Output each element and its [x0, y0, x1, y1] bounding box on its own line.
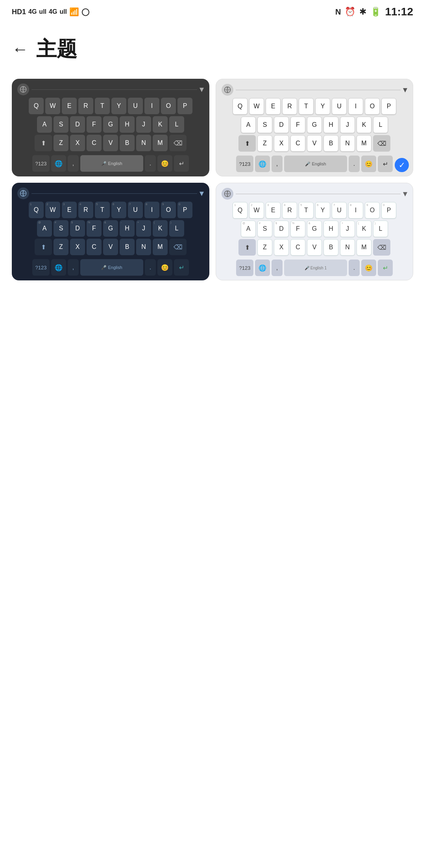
- key-num[interactable]: ?123: [32, 155, 50, 172]
- key-period[interactable]: .: [349, 260, 360, 276]
- key-num[interactable]: ?123: [32, 259, 50, 276]
- key-enter[interactable]: ↵: [174, 259, 189, 276]
- key-delete[interactable]: ⌫: [169, 239, 187, 255]
- key-i[interactable]: 8I: [348, 202, 363, 219]
- key-p[interactable]: P: [177, 98, 192, 114]
- key-i[interactable]: 8I: [144, 202, 159, 218]
- key-m[interactable]: M: [357, 239, 371, 256]
- key-x[interactable]: X: [274, 239, 289, 256]
- key-a[interactable]: A: [37, 116, 52, 133]
- key-emoji[interactable]: 😊: [361, 260, 376, 276]
- key-y[interactable]: 6Y: [111, 202, 126, 218]
- key-g[interactable]: G: [103, 116, 118, 133]
- key-h[interactable]: H: [120, 116, 135, 133]
- key-i[interactable]: I: [348, 98, 363, 115]
- key-q[interactable]: 1Q: [29, 202, 44, 218]
- key-m[interactable]: M: [153, 135, 168, 151]
- key-num[interactable]: ?123: [236, 156, 253, 172]
- key-period[interactable]: .: [145, 155, 156, 172]
- key-r[interactable]: R: [78, 98, 93, 114]
- key-l[interactable]: L: [373, 117, 388, 133]
- key-f[interactable]: %F: [87, 220, 102, 237]
- key-x[interactable]: X: [70, 239, 85, 255]
- key-shift[interactable]: ⬆: [35, 239, 52, 255]
- key-u[interactable]: U: [128, 98, 143, 114]
- key-comma[interactable]: ,: [68, 155, 79, 172]
- key-p[interactable]: P: [381, 98, 396, 115]
- key-delete[interactable]: ⌫: [373, 239, 390, 256]
- key-b[interactable]: B: [323, 239, 338, 256]
- theme-card-dark-black[interactable]: ▾ 1Q 2W 3E 4R 5T 6Y 7U 8I 9O 0P @A #S $D…: [12, 183, 209, 280]
- key-f[interactable]: %F: [290, 221, 305, 237]
- key-v[interactable]: V: [103, 135, 118, 151]
- key-space[interactable]: 🎤 English: [284, 156, 347, 172]
- key-u[interactable]: 7U: [332, 202, 347, 219]
- key-w[interactable]: W: [249, 98, 264, 115]
- key-p[interactable]: 0P: [381, 202, 396, 219]
- key-e[interactable]: 3E: [62, 202, 77, 218]
- key-n[interactable]: N: [340, 135, 355, 152]
- key-globe[interactable]: 🌐: [51, 259, 66, 276]
- key-y[interactable]: 6Y: [315, 202, 330, 219]
- key-s[interactable]: #S: [54, 220, 68, 237]
- key-a[interactable]: @A: [241, 221, 256, 237]
- key-s[interactable]: S: [54, 116, 68, 133]
- key-c[interactable]: C: [290, 239, 305, 256]
- key-emoji[interactable]: 😊: [157, 259, 172, 276]
- key-c[interactable]: C: [87, 239, 102, 255]
- key-l[interactable]: )L: [169, 220, 184, 237]
- key-h[interactable]: H: [323, 117, 338, 133]
- key-s[interactable]: S: [257, 117, 272, 133]
- key-v[interactable]: V: [103, 239, 118, 255]
- key-f[interactable]: F: [290, 117, 305, 133]
- key-delete[interactable]: ⌫: [169, 135, 187, 151]
- key-m[interactable]: M: [153, 239, 168, 255]
- theme-card-light-blue[interactable]: ▾ 1Q 2W 3E 4R 5T 6Y 7U 8I 9O 0P @A #S $D…: [216, 183, 413, 280]
- key-m[interactable]: M: [357, 135, 371, 152]
- key-shift[interactable]: ⬆: [35, 135, 52, 151]
- key-space[interactable]: 🎤 English: [80, 155, 143, 172]
- key-b[interactable]: B: [120, 239, 135, 255]
- key-a[interactable]: A: [241, 117, 256, 133]
- key-u[interactable]: 7U: [128, 202, 143, 218]
- key-i[interactable]: I: [144, 98, 159, 114]
- key-t[interactable]: T: [95, 98, 110, 114]
- key-n[interactable]: N: [136, 239, 151, 255]
- key-d[interactable]: D: [70, 116, 85, 133]
- key-space[interactable]: 🎤 English: [80, 259, 143, 276]
- key-k[interactable]: K: [357, 117, 371, 133]
- key-z[interactable]: Z: [257, 135, 272, 152]
- key-v[interactable]: V: [307, 135, 322, 152]
- theme-card-dark-gray[interactable]: ▾ Q W E R T Y U I O P A S D F G H: [12, 79, 209, 176]
- key-y[interactable]: Y: [111, 98, 126, 114]
- key-comma[interactable]: ,: [68, 259, 79, 276]
- key-e[interactable]: 3E: [266, 202, 281, 219]
- key-r[interactable]: 4R: [282, 202, 297, 219]
- key-g[interactable]: &G: [307, 221, 322, 237]
- key-globe[interactable]: 🌐: [255, 156, 270, 172]
- key-g[interactable]: G: [307, 117, 322, 133]
- key-globe[interactable]: 🌐: [51, 155, 66, 172]
- key-k[interactable]: (K: [357, 221, 371, 237]
- key-period[interactable]: .: [145, 259, 156, 276]
- key-k[interactable]: K: [153, 116, 168, 133]
- key-r[interactable]: 4R: [78, 202, 93, 218]
- key-d[interactable]: $D: [274, 221, 289, 237]
- key-n[interactable]: N: [136, 135, 151, 151]
- key-j[interactable]: +J: [340, 221, 355, 237]
- key-c[interactable]: C: [290, 135, 305, 152]
- key-e[interactable]: E: [266, 98, 281, 115]
- key-h[interactable]: -H: [120, 220, 135, 237]
- key-enter[interactable]: ↵: [378, 156, 393, 172]
- key-o[interactable]: 9O: [365, 202, 380, 219]
- key-v[interactable]: V: [307, 239, 322, 256]
- key-z[interactable]: Z: [54, 135, 68, 151]
- key-g[interactable]: &G: [103, 220, 118, 237]
- key-d[interactable]: $D: [70, 220, 85, 237]
- key-space[interactable]: 🎤 English 1: [284, 260, 347, 276]
- key-a[interactable]: @A: [37, 220, 52, 237]
- key-enter[interactable]: ↵: [378, 260, 393, 276]
- key-s[interactable]: #S: [257, 221, 272, 237]
- key-y[interactable]: Y: [315, 98, 330, 115]
- key-t[interactable]: T: [299, 98, 314, 115]
